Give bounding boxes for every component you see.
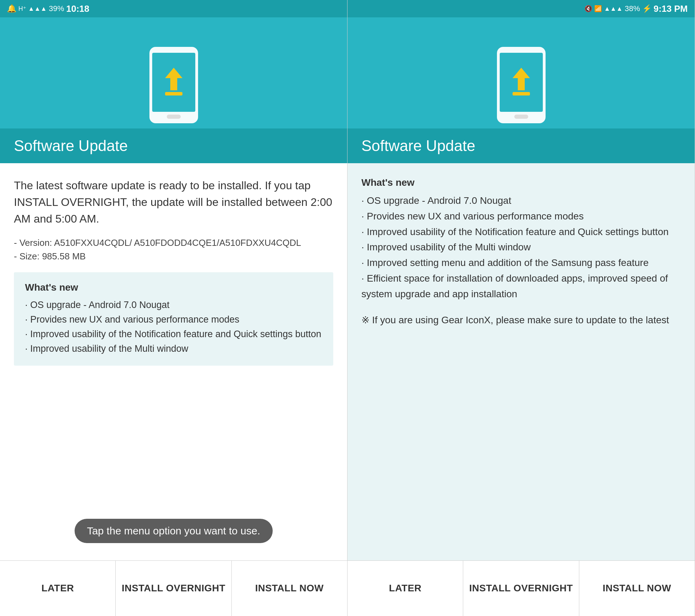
right-title: Software Update [361, 137, 475, 155]
phone-svg [146, 45, 202, 128]
left-whats-new-box: What's new · OS upgrade - Android 7.0 No… [14, 272, 333, 366]
wifi-icon: 📶 [594, 5, 602, 13]
right-whats-new-item-2: · Provides new UX and various performanc… [361, 209, 681, 224]
svg-rect-8 [513, 92, 530, 95]
left-title: Software Update [14, 137, 128, 155]
left-main-text: The latest software update is ready to b… [14, 177, 333, 227]
time-left: 10:18 [66, 3, 90, 14]
right-whats-new-item-1: · OS upgrade - Android 7.0 Nougat [361, 193, 681, 209]
right-battery: 38% [625, 4, 640, 13]
svg-rect-4 [167, 115, 181, 119]
left-whats-new-item-4: · Improved usability of the Multi window [25, 342, 322, 356]
left-screen: 🔔 H⁺ ▲▲▲ 39% 10:18 Software Update [0, 0, 348, 616]
left-button-bar: LATER INSTALL OVERNIGHT INSTALL NOW [0, 560, 347, 616]
right-whats-new-item-5: · Improved setting menu and addition of … [361, 255, 681, 271]
right-status-right: 🔇 📶 ▲▲▲ 38% ⚡ 9:13 PM [584, 3, 688, 14]
right-whats-new-item-4: · Improved usability of the Multi window [361, 240, 681, 255]
left-version: - Version: A510FXXU4CQDL/ A510FDODD4CQE1… [14, 238, 333, 248]
left-title-bar: Software Update [0, 128, 347, 163]
left-later-button[interactable]: LATER [0, 561, 116, 616]
right-install-now-button[interactable]: INSTALL NOW [579, 561, 695, 616]
left-whats-new-item-3: · Improved usability of the Notification… [25, 327, 322, 342]
left-content: The latest software update is ready to b… [0, 163, 347, 560]
notification-icon: 🔔 [7, 4, 16, 13]
svg-rect-9 [514, 115, 528, 119]
left-install-overnight-button[interactable]: INSTALL OVERNIGHT [116, 561, 231, 616]
right-title-bar: Software Update [348, 128, 695, 163]
mute-icon: 🔇 [584, 5, 592, 13]
left-whats-new-title: What's new [25, 282, 322, 293]
charging-icon: ⚡ [642, 4, 652, 13]
left-phone-illustration [146, 28, 202, 128]
right-phone-svg [493, 45, 549, 128]
right-content: What's new · OS upgrade - Android 7.0 No… [348, 163, 695, 560]
left-whats-new-item-1: · OS upgrade - Android 7.0 Nougat [25, 298, 322, 313]
right-time: 9:13 PM [654, 3, 688, 14]
left-install-now-button[interactable]: INSTALL NOW [232, 561, 347, 616]
left-header-area [0, 17, 347, 128]
svg-rect-3 [165, 92, 182, 95]
right-screen: 🔇 📶 ▲▲▲ 38% ⚡ 9:13 PM Software Update Wh… [348, 0, 695, 616]
signal-strength: H⁺ ▲▲▲ [18, 5, 47, 13]
right-status-bar: 🔇 📶 ▲▲▲ 38% ⚡ 9:13 PM [348, 0, 695, 17]
left-whats-new-item-2: · Provides new UX and various performanc… [25, 313, 322, 327]
right-whats-new-title: What's new [361, 177, 681, 188]
left-status-left: 🔔 H⁺ ▲▲▲ 39% 10:18 [7, 3, 89, 14]
right-battery-level: ▲▲▲ [604, 5, 622, 13]
right-install-overnight-button[interactable]: INSTALL OVERNIGHT [463, 561, 579, 616]
right-whats-new-item-6: · Efficient space for installation of do… [361, 271, 681, 302]
battery-left: 39% [49, 4, 64, 13]
right-gear-text: ※ If you are using Gear IconX, please ma… [361, 313, 681, 328]
right-whats-new-item-3: · Improved usability of the Notification… [361, 224, 681, 240]
right-header-area [348, 17, 695, 128]
left-size: - Size: 985.58 MB [14, 251, 333, 262]
right-button-bar: LATER INSTALL OVERNIGHT INSTALL NOW [348, 560, 695, 616]
left-tooltip: Tap the menu option you want to use. [74, 519, 273, 543]
right-later-button[interactable]: LATER [348, 561, 463, 616]
right-phone-illustration [493, 28, 549, 128]
left-status-bar: 🔔 H⁺ ▲▲▲ 39% 10:18 [0, 0, 347, 17]
